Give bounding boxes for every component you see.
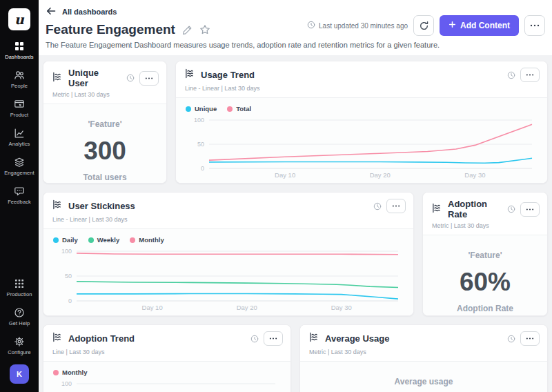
metric-caption: Adoption Rate: [457, 304, 513, 313]
layers-icon: [14, 157, 25, 168]
refresh-button[interactable]: [413, 15, 434, 36]
favorite-star-icon[interactable]: [199, 24, 210, 35]
legend-item[interactable]: Unique: [186, 105, 217, 112]
user-stickiness-chart: 050100Day 10Day 20Day 30: [52, 246, 405, 313]
card-user-stickiness: User Stickiness Line - Linear | Last 30 …: [43, 192, 414, 316]
card-subtitle: Line - Linear | Last 30 days: [185, 85, 540, 92]
chart-card-body: UniqueTotal 050100Day 10Day 20Day 30: [176, 98, 547, 183]
series-line-unique: [209, 158, 532, 163]
legend-item[interactable]: Monthly: [53, 369, 87, 376]
sidebar-item-label: Engagement: [4, 170, 34, 176]
feedback-bubble-icon: [14, 186, 25, 197]
clock-icon: [373, 202, 382, 210]
sidebar-item-feedback[interactable]: Feedback: [0, 181, 39, 210]
legend-item[interactable]: Weekly: [88, 236, 120, 244]
svg-text:0: 0: [201, 165, 204, 172]
svg-text:100: 100: [61, 380, 72, 387]
adoption-trend-chart: 050100Day 10Day 20Day 30: [52, 379, 282, 392]
metric-body: 'Feature' 60% Adoption Rate: [423, 235, 547, 315]
metric-context-label: Average usage: [395, 377, 453, 386]
sidebar-item-production[interactable]: Production: [0, 273, 39, 302]
svg-text:100: 100: [194, 117, 204, 124]
metric-body: Average usage: [300, 362, 547, 392]
sidebar-item-engagement[interactable]: Engagement: [0, 152, 39, 181]
clock-icon: [307, 21, 315, 30]
sidebar-item-label: Analytics: [9, 141, 30, 147]
sidebar-item-analytics[interactable]: Analytics: [0, 123, 39, 152]
card-average-usage: Average Usage Metric | Last 30 days Ave: [299, 324, 548, 392]
chart-lines-icon: [52, 72, 63, 85]
analytics-chart-icon: [14, 128, 25, 139]
card-more-button[interactable]: [139, 71, 159, 86]
back-label: All dashboards: [62, 8, 117, 16]
clock-icon: [507, 335, 515, 343]
svg-text:Day 10: Day 10: [275, 171, 295, 179]
help-icon: [14, 307, 25, 318]
chart-card-body: DailyWeeklyMonthly 050100Day 10Day 20Day…: [43, 229, 413, 315]
card-more-button[interactable]: [520, 331, 540, 346]
series-line-total: [209, 124, 532, 160]
chart-lines-icon: [432, 203, 442, 216]
gear-icon: [14, 336, 25, 347]
clock-icon: [126, 74, 135, 82]
card-unique-user: Unique User Metric | Last 30 days 'Feat: [43, 61, 167, 184]
product-window-icon: [14, 99, 25, 110]
legend-dot: [53, 370, 59, 375]
usage-trend-chart: 050100Day 10Day 20Day 30: [184, 115, 539, 180]
sidebar-item-get-help[interactable]: Get Help: [0, 302, 39, 331]
userpilot-logo[interactable]: u: [8, 8, 30, 30]
card-title: Average Usage: [325, 333, 389, 344]
card-subtitle: Metric | Last 30 days: [309, 349, 540, 355]
add-content-button[interactable]: Add Content: [440, 15, 519, 36]
edit-pencil-icon[interactable]: [182, 25, 193, 35]
chart-legend: UniqueTotal: [184, 105, 539, 112]
page-title: Feature Engagement: [46, 22, 175, 37]
card-subtitle: Metric | Last 30 days: [432, 222, 540, 229]
card-title: Adoption Trend: [68, 333, 135, 344]
sidebar-item-configure[interactable]: Configure: [0, 331, 39, 360]
people-icon: [14, 70, 25, 81]
sidebar-item-people[interactable]: People: [0, 65, 39, 94]
clock-icon: [507, 205, 515, 213]
app-window: u Dashboards People: [0, 0, 552, 392]
card-more-button[interactable]: [520, 202, 540, 217]
card-title: Adoption Rate: [448, 199, 502, 219]
sidebar-item-label: Get Help: [9, 320, 30, 326]
back-arrow-icon: [46, 6, 57, 18]
chart-card-body: Monthly 050100Day 10Day 20Day 30: [43, 362, 290, 392]
card-more-button[interactable]: [264, 331, 283, 346]
series-line-monthly: [77, 253, 398, 255]
metric-context-label: 'Feature': [468, 251, 502, 260]
svg-text:Day 20: Day 20: [237, 304, 257, 311]
last-updated: Last updated 30 minutes ago: [307, 21, 408, 30]
svg-text:0: 0: [68, 297, 72, 304]
svg-text:100: 100: [61, 248, 72, 255]
add-content-label: Add Content: [460, 21, 510, 30]
card-header: Adoption Rate Metric | Last 30 days: [423, 193, 547, 235]
card-more-button[interactable]: [520, 68, 540, 82]
sidebar-item-dashboards[interactable]: Dashboards: [0, 36, 39, 65]
card-subtitle: Metric | Last 30 days: [52, 91, 159, 98]
page-header: All dashboards Feature Engagement The Fe…: [39, 0, 552, 55]
card-header: Unique User Metric | Last 30 days: [43, 61, 166, 104]
card-header: Adoption Trend Line | Last 30 days: [43, 325, 290, 362]
dots-grid-icon: [14, 278, 25, 289]
user-avatar[interactable]: K: [10, 364, 29, 384]
legend-item[interactable]: Daily: [53, 236, 78, 244]
sidebar-item-label: Product: [10, 112, 29, 118]
card-title: Unique User: [68, 68, 121, 88]
legend-dot: [88, 237, 94, 243]
card-adoption-rate: Adoption Rate Metric | Last 30 days 'Fe: [422, 192, 548, 316]
sidebar-item-label: People: [11, 83, 28, 89]
card-more-button[interactable]: [386, 199, 406, 213]
card-subtitle: Line | Last 30 days: [52, 349, 283, 355]
legend-item[interactable]: Total: [227, 105, 251, 112]
sidebar-item-product[interactable]: Product: [0, 94, 39, 123]
header-more-button[interactable]: [524, 15, 545, 36]
sidebar-item-label: Feedback: [8, 199, 31, 205]
card-header: User Stickiness Line - Linear | Last 30 …: [43, 193, 413, 229]
back-link[interactable]: All dashboards: [46, 6, 117, 18]
svg-text:Day 20: Day 20: [370, 171, 391, 179]
legend-item[interactable]: Monthly: [130, 236, 164, 244]
sidebar: u Dashboards People: [0, 0, 39, 392]
